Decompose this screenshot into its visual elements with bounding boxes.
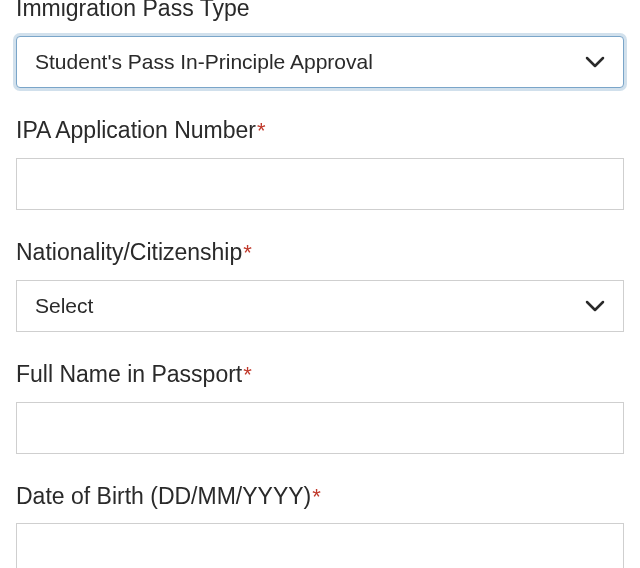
required-asterisk: * [257, 118, 266, 143]
full-name-label: Full Name in Passport* [16, 360, 624, 390]
select-value: Student's Pass In-Principle Approval [35, 50, 585, 74]
nationality-select[interactable]: Select [16, 280, 624, 332]
dob-label: Date of Birth (DD/MM/YYYY)* [16, 482, 624, 512]
label-text: Date of Birth (DD/MM/YYYY) [16, 483, 311, 509]
nationality-label: Nationality/Citizenship* [16, 238, 624, 268]
select-placeholder: Select [35, 294, 585, 318]
required-asterisk: * [312, 484, 321, 509]
label-text: Nationality/Citizenship [16, 239, 242, 265]
label-text: IPA Application Number [16, 117, 256, 143]
ipa-number-label: IPA Application Number* [16, 116, 624, 146]
label-text: Full Name in Passport [16, 361, 242, 387]
immigration-pass-type-select[interactable]: Student's Pass In-Principle Approval [16, 36, 624, 88]
required-asterisk: * [243, 240, 252, 265]
chevron-down-icon [585, 300, 605, 312]
ipa-number-input[interactable] [16, 158, 624, 210]
immigration-pass-type-label: Immigration Pass Type [16, 0, 624, 24]
required-asterisk: * [243, 362, 252, 387]
chevron-down-icon [585, 56, 605, 68]
dob-input[interactable] [16, 523, 624, 568]
label-text: Immigration Pass Type [16, 0, 250, 21]
full-name-input[interactable] [16, 402, 624, 454]
